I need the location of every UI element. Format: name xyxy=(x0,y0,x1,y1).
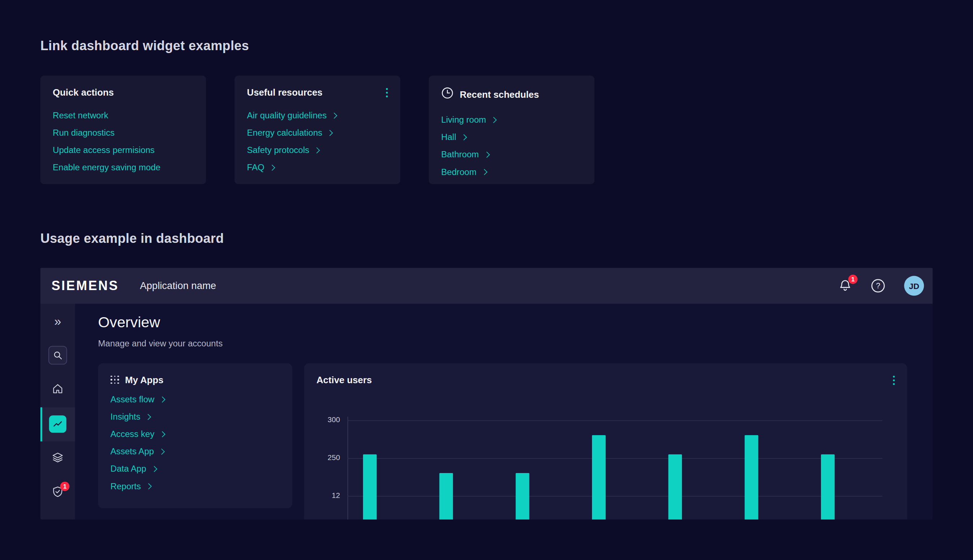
chevron-right-icon xyxy=(461,134,467,140)
chart-bar xyxy=(821,454,835,520)
link-assets-flow[interactable]: Assets flow xyxy=(110,390,280,408)
link-living-room[interactable]: Living room xyxy=(441,111,582,128)
y-axis-line xyxy=(348,417,348,520)
link-reports[interactable]: Reports xyxy=(110,477,280,495)
chart-bar xyxy=(516,473,530,520)
notifications-button[interactable]: 1 xyxy=(838,278,852,294)
y-tick-label: 300 xyxy=(304,415,340,424)
chart-bar xyxy=(745,435,759,520)
layers-icon xyxy=(52,451,64,466)
page-title: Overview xyxy=(98,313,160,331)
link-enable-energy-saving[interactable]: Enable energy saving mode xyxy=(53,159,194,176)
link-assets-app[interactable]: Assets App xyxy=(110,443,280,460)
link-reset-network[interactable]: Reset network xyxy=(53,107,194,124)
card-title: My Apps xyxy=(125,375,163,385)
link-bathroom[interactable]: Bathroom xyxy=(441,146,582,163)
chevron-right-icon xyxy=(151,465,157,472)
link-bedroom[interactable]: Bedroom xyxy=(441,163,582,180)
trend-chart-icon xyxy=(49,416,67,433)
recent-schedules-links: Living room Hall Bathroom Bedroom xyxy=(441,111,582,180)
chevron-right-icon xyxy=(145,413,151,420)
link-safety-protocols[interactable]: Safety protocols xyxy=(247,142,388,159)
chart-bar xyxy=(592,435,606,520)
user-avatar[interactable]: JD xyxy=(904,276,924,296)
quick-actions-card: Quick actions Reset network Run diagnost… xyxy=(40,76,206,184)
chevron-right-icon xyxy=(159,431,165,437)
card-title: Quick actions xyxy=(53,87,194,97)
section-title-widgets: Link dashboard widget examples xyxy=(40,38,249,53)
chevron-right-icon xyxy=(481,168,487,175)
home-icon xyxy=(52,382,64,397)
active-users-chart: 30025012 xyxy=(304,363,907,520)
quick-actions-links: Reset network Run diagnostics Update acc… xyxy=(53,107,194,176)
link-insights[interactable]: Insights xyxy=(110,408,280,425)
sidebar-item-overview-active[interactable] xyxy=(40,407,75,441)
sidebar-item-compliance[interactable]: 1 xyxy=(40,476,75,510)
page-subtitle: Manage and view your accounts xyxy=(98,338,222,348)
card-title: Recent schedules xyxy=(460,89,539,100)
link-update-access-permissions[interactable]: Update access permisions xyxy=(53,142,194,159)
application-name: Application name xyxy=(140,280,216,292)
link-data-app[interactable]: Data App xyxy=(110,460,280,477)
link-faq[interactable]: FAQ xyxy=(247,159,388,176)
sidebar-alert-badge: 1 xyxy=(60,482,70,491)
page: Link dashboard widget examples Quick act… xyxy=(0,0,973,560)
sidebar-item-search[interactable] xyxy=(40,338,75,372)
link-air-quality-guidelines[interactable]: Air quality guidelines xyxy=(247,107,388,124)
sidebar-nav: » xyxy=(40,304,75,520)
recent-schedules-card: Recent schedules Living room Hall Bathro… xyxy=(429,76,595,184)
y-tick-label: 250 xyxy=(304,453,340,462)
notification-badge: 1 xyxy=(848,274,858,283)
link-hall[interactable]: Hall xyxy=(441,128,582,146)
chevron-right-icon xyxy=(331,112,337,118)
chevron-right-icon xyxy=(491,117,497,123)
siemens-logo: SIEMENS xyxy=(52,278,119,293)
double-chevron-right-icon: » xyxy=(54,315,61,327)
app-grid-icon xyxy=(110,376,119,384)
section-title-usage-example: Usage example in dashboard xyxy=(40,231,224,246)
gridline xyxy=(348,458,882,459)
gridline xyxy=(348,496,882,497)
sidebar-collapse-button[interactable]: » xyxy=(40,304,75,338)
sidebar-item-layers[interactable] xyxy=(40,441,75,475)
svg-text:?: ? xyxy=(876,282,880,290)
my-apps-links: Assets flow Insights Access key Assets A… xyxy=(110,390,280,495)
chart-bar xyxy=(668,454,682,520)
chart-bar xyxy=(439,473,453,520)
gridline xyxy=(348,420,882,421)
app-header: SIEMENS Application name 1 ? xyxy=(40,268,933,304)
chevron-right-icon xyxy=(269,164,275,170)
chevron-right-icon xyxy=(145,483,152,489)
clock-icon xyxy=(441,87,454,102)
widget-row: Quick actions Reset network Run diagnost… xyxy=(40,76,595,184)
help-button[interactable]: ? xyxy=(871,278,886,293)
active-users-card: Active users 30025012 xyxy=(304,363,907,520)
chevron-right-icon xyxy=(159,448,165,454)
help-icon: ? xyxy=(871,278,886,293)
useful-resources-links: Air quality guidelines Energy calculatio… xyxy=(247,107,388,176)
search-icon xyxy=(48,346,67,365)
link-energy-calculations[interactable]: Energy calculations xyxy=(247,124,388,142)
link-access-key[interactable]: Access key xyxy=(110,425,280,443)
sidebar-item-home[interactable] xyxy=(40,373,75,407)
chart-bar xyxy=(363,454,377,520)
useful-resources-card: Useful resources Air quality guidelines … xyxy=(234,76,400,184)
y-tick-label: 12 xyxy=(304,491,340,500)
dashboard-example: SIEMENS Application name 1 ? xyxy=(40,268,933,520)
chevron-right-icon xyxy=(483,151,490,157)
dashboard-content: Overview Manage and view your accounts M… xyxy=(75,304,933,520)
chevron-right-icon xyxy=(314,147,320,153)
kebab-menu-icon[interactable] xyxy=(385,87,389,99)
chevron-right-icon xyxy=(159,396,165,402)
link-run-diagnostics[interactable]: Run diagnostics xyxy=(53,124,194,142)
chevron-right-icon xyxy=(327,130,333,136)
card-title: Useful resources xyxy=(247,87,388,97)
my-apps-card: My Apps Assets flow Insights Access key … xyxy=(98,363,292,508)
